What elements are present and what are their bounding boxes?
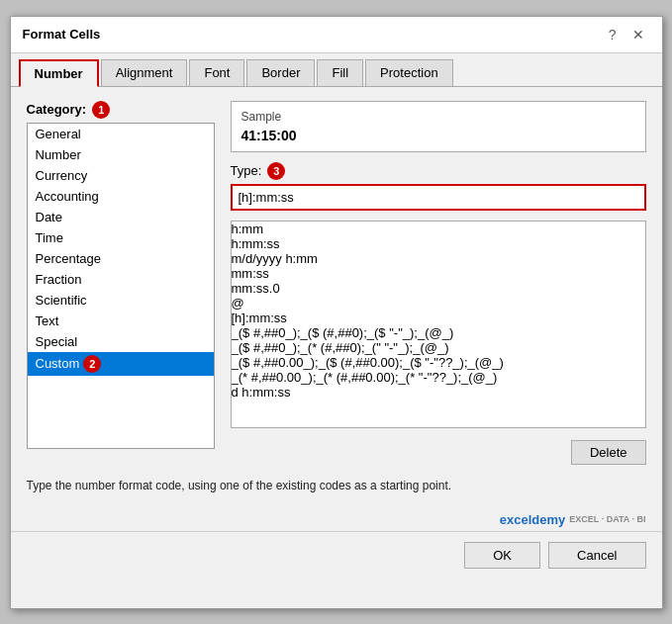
category-item-text[interactable]: Text [28, 311, 214, 331]
tab-bar: Number Alignment Font Border Fill Protec… [11, 53, 662, 87]
format-item-hmm[interactable]: h:mm [232, 222, 645, 236]
category-item-scientific[interactable]: Scientific [28, 290, 214, 311]
help-button[interactable]: ? [603, 25, 623, 45]
category-item-date[interactable]: Date [28, 207, 214, 227]
format-item-accounting2[interactable]: _($ #,##0_);_(* (#,##0);_(" "-"_);_(@_) [232, 340, 645, 355]
main-area: Category: 1 General Number Currency Acco… [27, 101, 646, 465]
custom-badge: 2 [83, 355, 101, 373]
format-item-hmmss-bracket[interactable]: [h]:mm:ss [232, 311, 645, 325]
tab-border[interactable]: Border [246, 59, 315, 86]
format-item-dhmmss[interactable]: d h:mm:ss [232, 385, 645, 400]
type-input[interactable] [231, 184, 646, 211]
format-item-accounting1[interactable]: _($ #,##0_);_($ (#,##0);_($ "-"_);_(@_) [232, 325, 645, 340]
close-button[interactable]: ✕ [626, 25, 650, 45]
format-item-hmmss[interactable]: h:mm:ss [232, 236, 645, 251]
category-badge: 1 [92, 101, 110, 119]
sample-value: 41:15:00 [241, 128, 635, 143]
format-item-mdyyyy-hmm[interactable]: m/d/yyyy h:mm [232, 251, 645, 266]
tab-fill[interactable]: Fill [317, 59, 363, 86]
format-list-wrapper: h:mm h:mm:ss m/d/yyyy h:mm mm:ss mm:ss.0… [231, 221, 646, 428]
right-panel: Sample 41:15:00 Type: 3 h:mm [231, 101, 646, 465]
format-item-mmss0[interactable]: mm:ss.0 [232, 281, 645, 296]
delete-button[interactable]: Delete [571, 440, 646, 465]
type-section: Type: 3 [231, 162, 646, 211]
main-content: Category: 1 General Number Currency Acco… [11, 87, 662, 506]
format-item-accounting3[interactable]: _($ #,##0.00_);_($ (#,##0.00);_($ "-"??_… [232, 355, 645, 370]
category-item-general[interactable]: General [28, 124, 214, 144]
category-item-number[interactable]: Number [28, 144, 214, 165]
format-item-mmss[interactable]: mm:ss [232, 266, 645, 281]
footer: OK Cancel [11, 531, 662, 582]
delete-row: Delete [231, 440, 646, 465]
tab-number[interactable]: Number [19, 59, 99, 87]
category-item-accounting[interactable]: Accounting [28, 186, 214, 207]
sample-box: Sample 41:15:00 [231, 101, 646, 152]
exceldemy-logo: exceldemy EXCEL · DATA · BI [11, 506, 662, 527]
cancel-button[interactable]: Cancel [548, 542, 645, 569]
category-label: Category: 1 [27, 101, 215, 119]
format-item-at[interactable]: @ [232, 296, 645, 311]
category-item-custom[interactable]: Custom 2 [28, 352, 214, 376]
category-item-currency[interactable]: Currency [28, 165, 214, 186]
format-item-accounting4[interactable]: _(* #,##0.00_);_(* (#,##0.00);_(* "-"??_… [232, 370, 645, 385]
exceldemy-name: exceldemy [500, 512, 566, 527]
format-cells-dialog: Format Cells ? ✕ Number Alignment Font B… [10, 16, 663, 609]
exceldemy-subtitle: EXCEL · DATA · BI [569, 514, 645, 524]
category-panel: Category: 1 General Number Currency Acco… [27, 101, 215, 465]
category-item-special[interactable]: Special [28, 331, 214, 352]
category-item-time[interactable]: Time [28, 227, 214, 248]
dialog-title: Format Cells [23, 27, 101, 42]
title-bar-buttons: ? ✕ [603, 25, 650, 45]
type-badge: 3 [267, 162, 285, 180]
tab-alignment[interactable]: Alignment [101, 59, 188, 86]
format-list[interactable]: h:mm h:mm:ss m/d/yyyy h:mm mm:ss mm:ss.0… [231, 221, 646, 428]
category-item-fraction[interactable]: Fraction [28, 269, 214, 290]
category-list[interactable]: General Number Currency Accounting Date … [27, 123, 215, 449]
tab-protection[interactable]: Protection [365, 59, 453, 86]
title-bar: Format Cells ? ✕ [11, 17, 662, 53]
ok-button[interactable]: OK [464, 542, 540, 569]
format-items: h:mm h:mm:ss m/d/yyyy h:mm mm:ss mm:ss.0… [232, 222, 645, 400]
dialog-title-area: Format Cells [23, 27, 101, 42]
sample-label: Sample [241, 110, 635, 124]
type-label: Type: 3 [231, 162, 646, 180]
category-item-percentage[interactable]: Percentage [28, 248, 214, 269]
tab-font[interactable]: Font [189, 59, 244, 86]
hint-text: Type the number format code, using one o… [27, 479, 646, 492]
category-items: General Number Currency Accounting Date … [28, 124, 214, 376]
